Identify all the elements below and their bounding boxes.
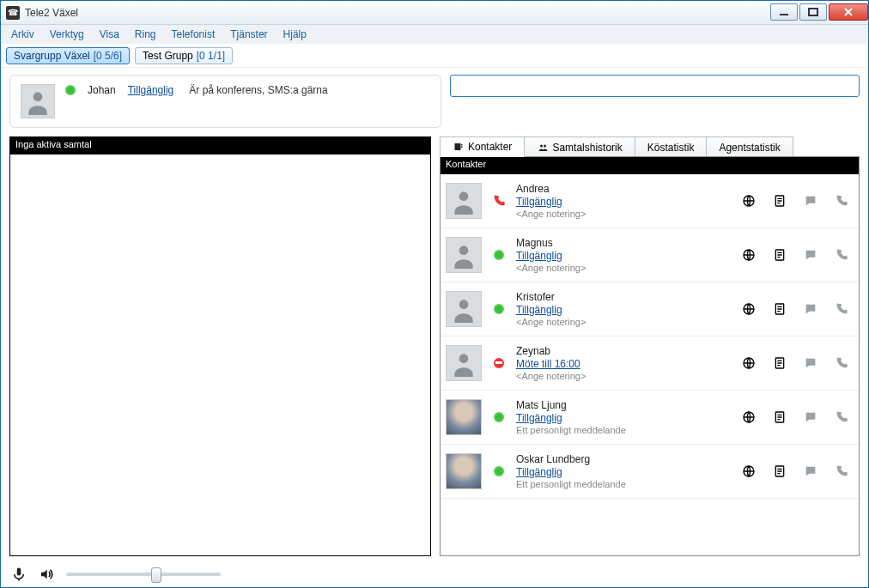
contact-name: Zeynab — [516, 345, 733, 357]
menu-verktyg[interactable]: Verktyg — [43, 27, 91, 42]
menu-tjanster[interactable]: Tjänster — [223, 27, 274, 42]
contact-actions — [742, 302, 854, 316]
contacts-panel: Kontakter AndreaTillgänglig<Ange noterin… — [440, 156, 860, 556]
contact-row[interactable]: Oskar LundbergTillgängligEtt personligt … — [441, 445, 859, 499]
group-count: [0 5/6] — [94, 50, 122, 62]
maximize-button[interactable] — [799, 3, 827, 21]
phone-icon — [492, 194, 506, 208]
contact-status-link[interactable]: Tillgänglig — [516, 466, 733, 478]
mic-icon[interactable] — [11, 567, 27, 582]
current-user-status-link[interactable]: Tillgänglig — [128, 84, 174, 96]
call-icon[interactable] — [835, 248, 848, 262]
note-icon[interactable] — [773, 248, 787, 262]
call-icon[interactable] — [835, 302, 848, 316]
contact-presence — [490, 304, 507, 314]
search-input[interactable] — [450, 75, 860, 97]
globe-icon[interactable] — [742, 356, 756, 370]
menu-telefonist[interactable]: Telefonist — [165, 27, 222, 42]
contact-avatar[interactable] — [446, 291, 482, 327]
menubar: Arkiv Verktyg Visa Ring Telefonist Tjäns… — [1, 25, 868, 44]
contact-name: Oskar Lundberg — [516, 453, 733, 465]
current-user-card: Johan Tillgänglig Är på konferens, SMS:a… — [9, 75, 441, 128]
contact-name: Andrea — [516, 183, 733, 195]
contact-info: Oskar LundbergTillgängligEtt personligt … — [516, 453, 733, 489]
current-user-avatar[interactable] — [21, 84, 55, 118]
volume-slider[interactable] — [66, 573, 221, 576]
globe-icon[interactable] — [742, 302, 756, 316]
titlebar: ☎ Tele2 Växel — [1, 1, 868, 25]
globe-icon[interactable] — [742, 194, 756, 208]
contact-presence — [490, 194, 507, 208]
contact-info: Mats LjungTillgängligEtt personligt medd… — [516, 399, 733, 435]
tabs: Kontakter Samtalshistorik Köstatistik Ag… — [440, 136, 860, 157]
contact-avatar[interactable] — [446, 399, 482, 435]
call-icon[interactable] — [835, 194, 848, 208]
call-icon[interactable] — [835, 356, 848, 370]
contact-actions — [742, 464, 854, 478]
globe-icon[interactable] — [742, 410, 756, 424]
note-icon[interactable] — [773, 194, 787, 208]
contact-note: Ett personligt meddelande — [516, 479, 733, 489]
tab-samtalshistorik[interactable]: Samtalshistorik — [524, 136, 635, 157]
contact-avatar[interactable] — [446, 453, 482, 489]
group-button-svargrupp[interactable]: Svargrupp Växel [0 5/6] — [6, 47, 130, 64]
chat-icon[interactable] — [804, 410, 817, 424]
app-icon: ☎ — [6, 6, 20, 20]
note-icon[interactable] — [773, 356, 787, 370]
contact-row[interactable]: KristoferTillgänglig<Ange notering> — [441, 282, 859, 336]
tab-label: Kontakter — [468, 141, 512, 153]
menu-arkiv[interactable]: Arkiv — [4, 27, 41, 42]
contact-row[interactable]: MagnusTillgänglig<Ange notering> — [441, 228, 859, 282]
contact-actions — [742, 356, 854, 370]
contact-row[interactable]: Mats LjungTillgängligEtt personligt medd… — [441, 391, 859, 445]
tab-kontakter[interactable]: Kontakter — [440, 136, 525, 157]
contact-note: <Ange notering> — [516, 209, 733, 219]
contacts-header: Kontakter — [441, 157, 859, 174]
contact-note: <Ange notering> — [516, 263, 733, 273]
contacts-list[interactable]: AndreaTillgänglig<Ange notering>MagnusTi… — [441, 174, 859, 555]
contact-row[interactable]: AndreaTillgänglig<Ange notering> — [441, 174, 859, 228]
globe-icon[interactable] — [742, 464, 756, 478]
note-icon[interactable] — [773, 464, 787, 478]
menu-ring[interactable]: Ring — [128, 27, 163, 42]
contact-status-link[interactable]: Tillgänglig — [516, 412, 733, 424]
menu-visa[interactable]: Visa — [93, 27, 126, 42]
contact-presence — [490, 358, 507, 368]
contact-avatar[interactable] — [446, 183, 482, 219]
search-box — [450, 75, 860, 128]
tab-agentstatistik[interactable]: Agentstatistik — [706, 136, 793, 157]
contact-status-link[interactable]: Tillgänglig — [516, 304, 733, 316]
note-icon[interactable] — [773, 410, 787, 424]
current-user-line: Johan Tillgänglig Är på konferens, SMS:a… — [65, 84, 328, 96]
call-icon[interactable] — [835, 410, 848, 424]
contact-avatar[interactable] — [446, 237, 482, 273]
group-button-test[interactable]: Test Grupp [0 1/1] — [135, 47, 233, 64]
contact-info: AndreaTillgänglig<Ange notering> — [516, 183, 733, 219]
chat-icon[interactable] — [804, 464, 817, 478]
call-icon[interactable] — [835, 464, 848, 478]
chat-icon[interactable] — [804, 302, 817, 316]
group-bar: Svargrupp Växel [0 5/6] Test Grupp [0 1/… — [1, 44, 868, 68]
globe-icon[interactable] — [742, 248, 756, 262]
minimize-button[interactable] — [770, 3, 798, 21]
contact-status-link[interactable]: Tillgänglig — [516, 250, 733, 262]
contact-name: Magnus — [516, 237, 733, 249]
tab-kostatistik[interactable]: Köstatistik — [635, 136, 708, 157]
contact-info: MagnusTillgänglig<Ange notering> — [516, 237, 733, 273]
contact-status-link[interactable]: Möte till 16:00 — [516, 358, 733, 370]
current-user-name: Johan — [88, 84, 116, 96]
contact-status-link[interactable]: Tillgänglig — [516, 196, 733, 208]
svg-rect-9 — [780, 14, 788, 15]
contact-actions — [742, 410, 854, 424]
close-button[interactable] — [829, 3, 868, 21]
chat-icon[interactable] — [804, 248, 817, 262]
contact-note: <Ange notering> — [516, 317, 733, 327]
chat-icon[interactable] — [804, 194, 817, 208]
menu-hjalp[interactable]: Hjälp — [276, 27, 313, 42]
contacts-icon — [453, 142, 465, 152]
contact-avatar[interactable] — [446, 345, 482, 381]
note-icon[interactable] — [773, 302, 787, 316]
speaker-icon[interactable] — [39, 567, 54, 582]
chat-icon[interactable] — [804, 356, 817, 370]
contact-row[interactable]: ZeynabMöte till 16:00<Ange notering> — [441, 336, 859, 391]
